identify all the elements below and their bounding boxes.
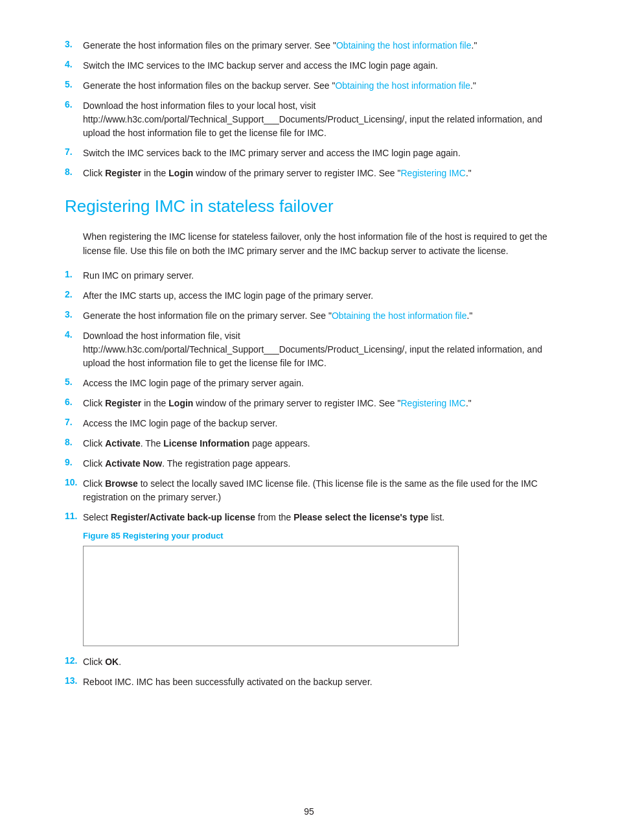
list-item-8: 8. Click Register in the Login window of… xyxy=(65,167,553,180)
page: 3. Generate the host information files o… xyxy=(0,0,618,840)
main-list-item-2: 2. After the IMC starts up, access the I… xyxy=(65,289,553,303)
main-list-item-10: 10. Click Browse to select the locally s… xyxy=(65,477,553,504)
figure-caption: Figure 85 Registering your product xyxy=(65,531,553,541)
main-list-number-2: 2. xyxy=(65,289,83,299)
link-obtaining-host-info-3[interactable]: Obtaining the host information file xyxy=(332,310,467,321)
main-list-number-3: 3. xyxy=(65,309,83,320)
list-item-7: 7. Switch the IMC services back to the I… xyxy=(65,146,553,160)
main-list-content-5: Access the IMC login page of the primary… xyxy=(83,377,553,390)
list-number-4: 4. xyxy=(65,59,83,69)
list-number-8: 8. xyxy=(65,167,83,177)
main-list-item-1: 1. Run IMC on primary server. xyxy=(65,269,553,283)
main-list-item-8: 8. Click Activate. The License Informati… xyxy=(65,437,553,450)
main-list-content-7: Access the IMC login page of the backup … xyxy=(83,417,553,430)
main-numbered-list: 1. Run IMC on primary server. 2. After t… xyxy=(65,269,553,524)
list-content-4: Switch the IMC services to the IMC backu… xyxy=(83,59,553,73)
bottom-list-number-13: 13. xyxy=(65,675,83,686)
list-item-3: 3. Generate the host information files o… xyxy=(65,39,553,52)
bottom-numbered-list: 12. Click OK. 13. Reboot IMC. IMC has be… xyxy=(65,655,553,689)
figure-image xyxy=(83,546,459,646)
main-list-number-6: 6. xyxy=(65,397,83,407)
main-list-content-8: Click Activate. The License Information … xyxy=(83,437,553,450)
list-number-6: 6. xyxy=(65,99,83,110)
list-number-5: 5. xyxy=(65,79,83,89)
main-list-item-4: 4. Download the host information file, v… xyxy=(65,329,553,370)
list-item-5: 5. Generate the host information files o… xyxy=(65,79,553,93)
page-number: 95 xyxy=(304,806,314,817)
list-content-6: Download the host information files to y… xyxy=(83,99,553,140)
intro-paragraph: When registering the IMC license for sta… xyxy=(65,229,553,259)
list-content-3: Generate the host information files on t… xyxy=(83,39,553,52)
bold-register-activate: Register/Activate back-up license xyxy=(111,512,255,522)
bottom-list-item-13: 13. Reboot IMC. IMC has been successfull… xyxy=(65,675,553,689)
main-list-content-10: Click Browse to select the locally saved… xyxy=(83,477,553,504)
bottom-list-number-12: 12. xyxy=(65,655,83,666)
bold-activate: Activate xyxy=(105,438,140,449)
bottom-list-content-12: Click OK. xyxy=(83,655,553,669)
main-list-item-9: 9. Click Activate Now. The registration … xyxy=(65,457,553,471)
main-list-item-11: 11. Select Register/Activate back-up lic… xyxy=(65,511,553,524)
main-list-item-6: 6. Click Register in the Login window of… xyxy=(65,397,553,410)
list-number-3: 3. xyxy=(65,39,83,49)
link-obtaining-host-info-2[interactable]: Obtaining the host information file xyxy=(335,80,470,91)
main-list-content-1: Run IMC on primary server. xyxy=(83,269,553,283)
main-list-content-3: Generate the host information file on th… xyxy=(83,309,553,323)
link-registering-imc-2[interactable]: Registering IMC xyxy=(401,398,466,408)
main-list-content-6: Click Register in the Login window of th… xyxy=(83,397,553,410)
list-item-4: 4. Switch the IMC services to the IMC ba… xyxy=(65,59,553,73)
bold-login-2: Login xyxy=(168,398,193,408)
main-list-number-11: 11. xyxy=(65,511,83,521)
main-list-number-7: 7. xyxy=(65,417,83,427)
list-number-7: 7. xyxy=(65,146,83,157)
bold-license-info: License Information xyxy=(163,438,249,449)
main-list-number-10: 10. xyxy=(65,477,83,487)
main-list-number-4: 4. xyxy=(65,329,83,340)
main-list-item-3: 3. Generate the host information file on… xyxy=(65,309,553,323)
link-obtaining-host-info-1[interactable]: Obtaining the host information file xyxy=(336,40,472,51)
main-list-number-8: 8. xyxy=(65,437,83,447)
main-list-item-5: 5. Access the IMC login page of the prim… xyxy=(65,377,553,390)
bold-activate-now: Activate Now xyxy=(105,458,162,469)
list-content-7: Switch the IMC services back to the IMC … xyxy=(83,146,553,160)
link-registering-imc-1[interactable]: Registering IMC xyxy=(401,168,466,178)
list-item-6: 6. Download the host information files t… xyxy=(65,99,553,140)
bold-login: Login xyxy=(168,168,193,178)
section-heading: Registering IMC in stateless failover xyxy=(65,196,553,218)
top-numbered-list: 3. Generate the host information files o… xyxy=(65,39,553,180)
main-list-content-11: Select Register/Activate back-up license… xyxy=(83,511,553,524)
main-list-content-9: Click Activate Now. The registration pag… xyxy=(83,457,553,471)
bottom-list-item-12: 12. Click OK. xyxy=(65,655,553,669)
main-list-number-9: 9. xyxy=(65,457,83,467)
list-content-8: Click Register in the Login window of th… xyxy=(83,167,553,180)
bold-ok: OK xyxy=(105,657,119,667)
bold-browse: Browse xyxy=(105,478,138,489)
main-list-content-2: After the IMC starts up, access the IMC … xyxy=(83,289,553,303)
bold-register: Register xyxy=(105,168,141,178)
bold-please-select: Please select the license's type xyxy=(293,512,428,522)
main-list-content-4: Download the host information file, visi… xyxy=(83,329,553,370)
main-list-number-1: 1. xyxy=(65,269,83,279)
bold-register-2: Register xyxy=(105,398,141,408)
main-list-item-7: 7. Access the IMC login page of the back… xyxy=(65,417,553,430)
bottom-list-content-13: Reboot IMC. IMC has been successfully ac… xyxy=(83,675,553,689)
list-content-5: Generate the host information files on t… xyxy=(83,79,553,93)
main-list-number-5: 5. xyxy=(65,377,83,387)
